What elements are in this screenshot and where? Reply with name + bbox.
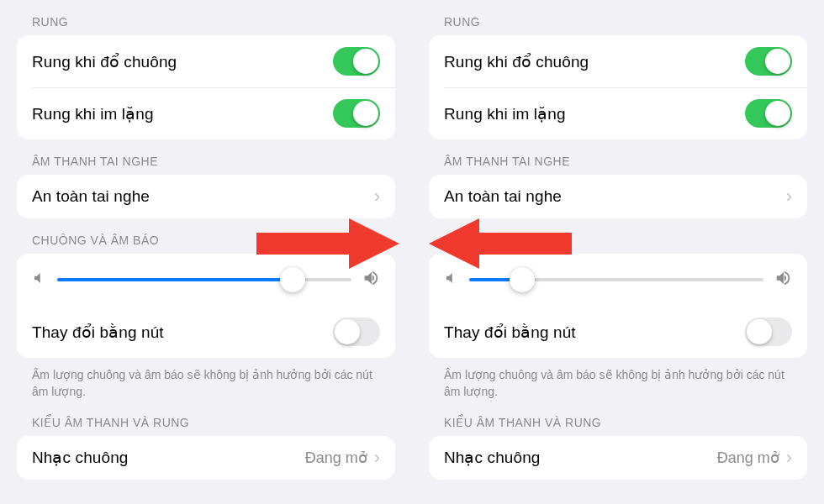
vibrate-group: Rung khi đổ chuông Rung khi im lặng (17, 35, 395, 139)
row-label: Rung khi im lặng (444, 104, 566, 123)
slider-thumb[interactable] (280, 267, 305, 292)
row-label: Rung khi im lặng (32, 104, 154, 123)
chevron-right-icon: › (374, 187, 380, 206)
row-vibrate-on-silent[interactable]: Rung khi im lặng (17, 87, 395, 139)
headphone-group: An toàn tai nghe › (429, 175, 807, 218)
section-header-ringer: CHUÔNG VÀ ÂM BÁO (17, 218, 395, 254)
row-label: Nhạc chuông (444, 448, 541, 467)
chevron-right-icon: › (786, 187, 792, 206)
row-volume-slider[interactable] (429, 254, 807, 306)
row-ringtone[interactable]: Nhạc chuông Đang mở › (429, 436, 807, 480)
row-vibrate-on-ring[interactable]: Rung khi đổ chuông (17, 35, 395, 87)
row-label: Rung khi đổ chuông (444, 52, 589, 71)
row-vibrate-on-ring[interactable]: Rung khi đổ chuông (429, 35, 807, 87)
row-headphone-safety[interactable]: An toàn tai nghe › (429, 175, 807, 218)
headphone-group: An toàn tai nghe › (17, 175, 395, 218)
slider-fill (57, 278, 293, 281)
sound-style-group: Nhạc chuông Đang mở › (429, 436, 807, 480)
row-detail: Đang mở (717, 449, 779, 467)
ringer-group: Thay đổi bằng nút (429, 254, 807, 358)
row-label: An toàn tai nghe (32, 187, 150, 206)
row-label: An toàn tai nghe (444, 187, 562, 206)
section-header-vibrate: RUNG (17, 0, 395, 35)
settings-pane-right: RUNG Rung khi đổ chuông Rung khi im lặng… (412, 0, 824, 504)
volume-slider[interactable] (57, 278, 351, 281)
section-header-ringer: CHUÔNG VÀ ÂM BÁO (429, 218, 807, 254)
volume-high-icon (774, 269, 792, 291)
row-label: Thay đổi bằng nút (32, 323, 164, 342)
section-header-vibrate: RUNG (429, 0, 807, 35)
row-volume-slider[interactable] (17, 254, 395, 306)
row-label: Rung khi đổ chuông (32, 52, 177, 71)
section-header-headphone: ÂM THANH TAI NGHE (429, 139, 807, 175)
volume-high-icon (362, 269, 380, 291)
row-change-with-buttons[interactable]: Thay đổi bằng nút (429, 306, 807, 358)
section-header-headphone: ÂM THANH TAI NGHE (17, 139, 395, 175)
row-label: Nhạc chuông (32, 448, 129, 467)
slider-thumb[interactable] (510, 267, 535, 292)
vibrate-group: Rung khi đổ chuông Rung khi im lặng (429, 35, 807, 139)
row-label: Thay đổi bằng nút (444, 323, 576, 342)
row-vibrate-on-silent[interactable]: Rung khi im lặng (429, 87, 807, 139)
volume-slider[interactable] (469, 278, 763, 281)
sound-style-group: Nhạc chuông Đang mở › (17, 436, 395, 480)
toggle-vibrate-on-silent[interactable] (333, 99, 380, 128)
volume-low-icon (444, 270, 459, 289)
toggle-change-with-buttons[interactable] (333, 318, 380, 346)
section-header-sound-style: KIỂU ÂM THANH VÀ RUNG (429, 401, 807, 436)
toggle-vibrate-on-ring[interactable] (333, 47, 380, 76)
row-change-with-buttons[interactable]: Thay đổi bằng nút (17, 306, 395, 358)
row-ringtone[interactable]: Nhạc chuông Đang mở › (17, 436, 395, 480)
settings-pane-left: RUNG Rung khi đổ chuông Rung khi im lặng… (0, 0, 412, 504)
row-detail: Đang mở (305, 449, 367, 467)
chevron-right-icon: › (374, 449, 380, 467)
ringer-group: Thay đổi bằng nút (17, 254, 395, 358)
toggle-vibrate-on-ring[interactable] (745, 47, 792, 76)
chevron-right-icon: › (786, 449, 792, 467)
volume-low-icon (32, 270, 47, 289)
row-headphone-safety[interactable]: An toàn tai nghe › (17, 175, 395, 218)
toggle-change-with-buttons[interactable] (745, 318, 792, 346)
footer-note: Âm lượng chuông và âm báo sẽ không bị ản… (429, 358, 807, 401)
footer-note: Âm lượng chuông và âm báo sẽ không bị ản… (17, 358, 395, 401)
section-header-sound-style: KIỂU ÂM THANH VÀ RUNG (17, 401, 395, 436)
toggle-vibrate-on-silent[interactable] (745, 99, 792, 128)
